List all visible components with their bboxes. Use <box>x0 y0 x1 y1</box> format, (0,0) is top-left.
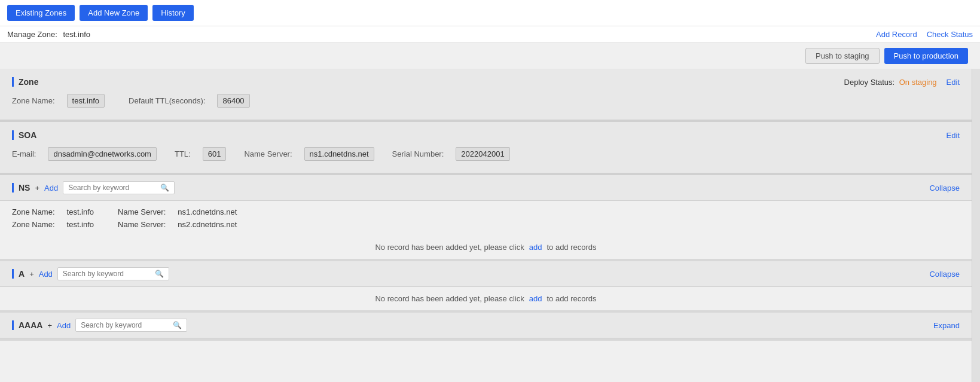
soa-section-header: SOA Edit <box>12 130 960 140</box>
ns-record-row-1: Zone Name: test.info Name Server: ns1.cd… <box>12 206 960 218</box>
a-section-header: A + Add 🔍 Collapse <box>0 261 972 287</box>
a-search-box: 🔍 <box>57 267 169 280</box>
ns-no-record-prefix: No record has been added yet, please cli… <box>375 243 524 252</box>
aaaa-search-box: 🔍 <box>75 319 187 332</box>
soa-section-title: SOA <box>12 130 36 140</box>
ns-plus: + <box>35 184 39 192</box>
ns-record-2-zone-label: Zone Name: <box>12 220 55 229</box>
zone-section-title: Zone <box>12 77 38 87</box>
aaaa-section-left: AAAA + Add 🔍 <box>12 319 187 332</box>
ns-search-box: 🔍 <box>63 181 175 194</box>
ns-search-input[interactable] <box>68 184 158 192</box>
deploy-status-label: Deploy Status: On staging <box>844 78 937 87</box>
soa-ttl-label: TTL: <box>175 149 191 158</box>
a-add-link[interactable]: Add <box>39 270 53 279</box>
add-record-link[interactable]: Add Record <box>876 30 917 39</box>
toolbar: Existing Zones Add New Zone History <box>0 0 980 26</box>
check-status-link[interactable]: Check Status <box>927 30 973 39</box>
a-search-icon: 🔍 <box>155 270 164 278</box>
manage-zone-links: Add Record Check Status <box>876 30 973 39</box>
aaaa-type-label: AAAA <box>12 320 42 330</box>
ns-type-label: NS <box>12 183 30 192</box>
manage-zone-bar: Manage Zone: test.info Add Record Check … <box>0 26 980 43</box>
push-to-staging-button[interactable]: Push to staging <box>805 48 880 64</box>
soa-fields: E-mail: dnsadmin@cdnetworks.com TTL: 601… <box>12 147 960 161</box>
ns-records: Zone Name: test.info Name Server: ns1.cd… <box>0 201 972 236</box>
a-plus: + <box>29 270 34 279</box>
scrollbar-track[interactable] <box>972 69 980 382</box>
default-ttl-value: 86400 <box>217 94 249 108</box>
soa-edit-link[interactable]: Edit <box>947 131 960 140</box>
soa-serial-label: Serial Number: <box>392 149 444 158</box>
ns-add-link[interactable]: Add <box>44 184 58 192</box>
scroll-area[interactable]: Zone Deploy Status: On staging Edit Zone… <box>0 69 972 382</box>
ns-record-row-2: Zone Name: test.info Name Server: ns2.cd… <box>12 218 960 231</box>
a-section: A + Add 🔍 Collapse No record has been ad… <box>0 261 972 313</box>
soa-section-right: Edit <box>947 131 960 140</box>
zone-fields: Zone Name: test.info Default TTL(seconds… <box>12 94 960 108</box>
soa-serial-value: 2022042001 <box>456 147 509 161</box>
manage-zone-label: Manage Zone: <box>7 30 57 39</box>
a-section-left: A + Add 🔍 <box>12 267 169 280</box>
soa-nameserver-value: ns1.cdnetdns.net <box>304 147 374 161</box>
soa-section: SOA Edit E-mail: dnsadmin@cdnetworks.com… <box>0 122 972 175</box>
ns-section: NS + Add 🔍 Collapse Zone Name: test.info… <box>0 175 972 261</box>
ns-no-record-suffix: to add records <box>547 243 596 252</box>
a-no-record-add-link[interactable]: add <box>529 294 542 303</box>
history-button[interactable]: History <box>152 5 193 21</box>
soa-ttl-value: 601 <box>203 147 227 161</box>
zone-name-label: Zone Name: <box>12 96 55 105</box>
ns-record-1-zone-value: test.info <box>67 207 94 216</box>
aaaa-expand-link[interactable]: Expand <box>933 321 960 330</box>
ns-record-1-ns-label: Name Server: <box>118 207 166 216</box>
ns-search-icon: 🔍 <box>160 184 169 192</box>
ns-record-1-zone-label: Zone Name: <box>12 207 55 216</box>
ns-record-2-ns-value: ns2.cdnetdns.net <box>178 220 237 229</box>
deploy-status-value: On staging <box>899 78 937 87</box>
zone-name-value: test.info <box>67 94 105 108</box>
aaaa-add-link[interactable]: Add <box>57 321 71 330</box>
soa-email-label: E-mail: <box>12 149 36 158</box>
manage-zone-name: test.info <box>63 30 90 39</box>
ns-collapse-link[interactable]: Collapse <box>929 184 960 192</box>
manage-zone-label-area: Manage Zone: test.info <box>7 30 90 39</box>
zone-section-header: Zone Deploy Status: On staging Edit <box>12 77 960 87</box>
aaaa-search-input[interactable] <box>81 321 170 329</box>
aaaa-section-header: AAAA + Add 🔍 Expand <box>0 313 972 338</box>
aaaa-search-icon: 🔍 <box>173 321 182 329</box>
aaaa-plus: + <box>47 321 52 330</box>
soa-nameserver-label: Name Server: <box>244 149 292 158</box>
zone-section-right: Deploy Status: On staging Edit <box>844 78 960 87</box>
a-search-input[interactable] <box>63 270 152 278</box>
push-to-production-button[interactable]: Push to production <box>884 48 968 64</box>
ns-no-record-add-link[interactable]: add <box>529 243 542 252</box>
default-ttl-label: Default TTL(seconds): <box>129 96 205 105</box>
ns-record-1-ns-value: ns1.cdnetdns.net <box>178 207 237 216</box>
zone-section: Zone Deploy Status: On staging Edit Zone… <box>0 69 972 122</box>
soa-email-value: dnsadmin@cdnetworks.com <box>48 147 156 161</box>
aaaa-section: AAAA + Add 🔍 Expand <box>0 313 972 341</box>
a-no-record-msg: No record has been added yet, please cli… <box>0 287 972 310</box>
add-new-zone-button[interactable]: Add New Zone <box>80 5 148 21</box>
a-type-label: A <box>12 269 25 279</box>
main-content: Zone Deploy Status: On staging Edit Zone… <box>0 69 980 382</box>
ns-no-record-msg: No record has been added yet, please cli… <box>0 236 972 259</box>
ns-section-header: NS + Add 🔍 Collapse <box>0 175 972 201</box>
ns-record-2-ns-label: Name Server: <box>118 220 166 229</box>
existing-zones-button[interactable]: Existing Zones <box>7 5 75 21</box>
a-no-record-prefix: No record has been added yet, please cli… <box>375 294 524 303</box>
a-collapse-link[interactable]: Collapse <box>929 270 960 279</box>
ns-record-2-zone-value: test.info <box>67 220 94 229</box>
zone-edit-link[interactable]: Edit <box>947 78 960 87</box>
ns-section-left: NS + Add 🔍 <box>12 181 175 194</box>
push-bar: Push to staging Push to production <box>0 43 980 69</box>
a-no-record-suffix: to add records <box>547 294 596 303</box>
